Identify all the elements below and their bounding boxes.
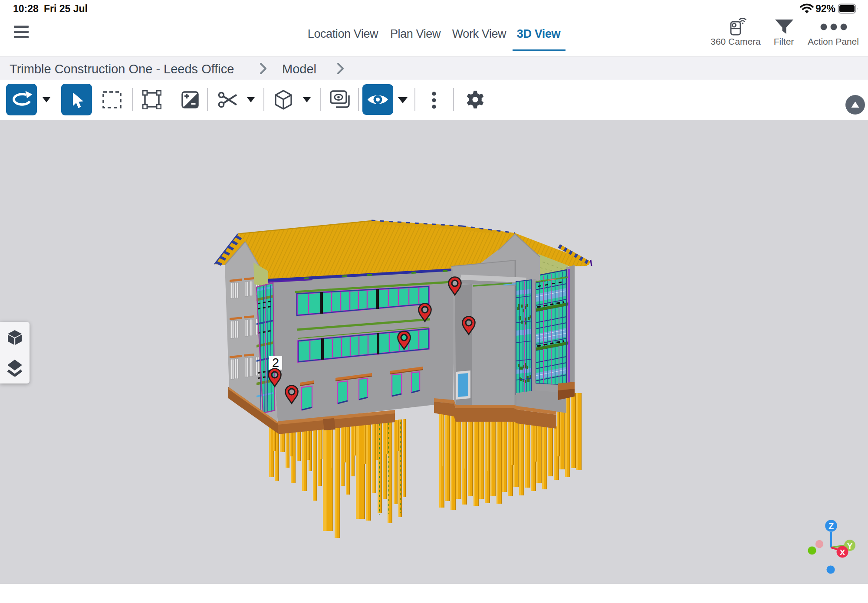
svg-text:Y: Y (847, 541, 853, 551)
svg-text:2: 2 (272, 356, 279, 370)
svg-text:X: X (840, 548, 845, 557)
svg-text:Z: Z (829, 521, 834, 531)
